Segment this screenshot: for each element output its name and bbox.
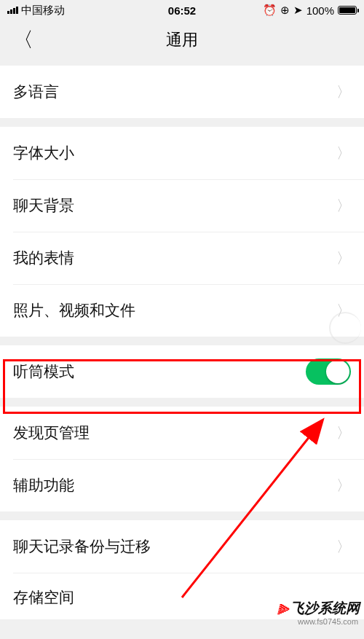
chevron-right-icon: 〉	[336, 537, 351, 557]
watermark-arrow-icon: ⫸	[276, 601, 289, 617]
status-left: 中国移动	[7, 4, 65, 17]
chevron-right-icon: 〉	[336, 248, 351, 268]
status-bar: 中国移动 06:52 ⏰ ⊕ ➤ 100%	[0, 0, 364, 19]
toggle-knob	[326, 360, 349, 383]
watermark-name: 飞沙系统网	[290, 601, 360, 616]
settings-group-1: 多语言 〉	[0, 66, 364, 118]
row-label: 发现页管理	[13, 423, 90, 443]
back-button[interactable]: 〈	[13, 26, 33, 54]
nav-header: 〈 通用	[0, 19, 364, 61]
status-right: ⏰ ⊕ ➤ 100%	[263, 4, 357, 17]
chevron-right-icon: 〉	[336, 476, 351, 495]
row-label: 聊天记录备份与迁移	[13, 536, 151, 557]
row-earpiece[interactable]: 听筒模式	[0, 345, 364, 398]
chevron-right-icon: 〉	[336, 196, 351, 216]
row-backup[interactable]: 聊天记录备份与迁移 〉	[0, 520, 364, 573]
row-label: 我的表情	[13, 248, 74, 268]
row-chatbg[interactable]: 聊天背景 〉	[0, 179, 364, 232]
settings-group-2: 字体大小 〉 聊天背景 〉 我的表情 〉 照片、视频和文件 〉	[0, 127, 364, 337]
settings-group-4: 发现页管理 〉 辅助功能 〉	[0, 407, 364, 511]
row-label: 辅助功能	[13, 475, 74, 495]
page-title: 通用	[166, 29, 198, 51]
chevron-right-icon: 〉	[336, 423, 351, 443]
row-label: 照片、视频和文件	[13, 300, 135, 321]
earpiece-toggle[interactable]	[306, 358, 351, 385]
battery-icon	[338, 6, 357, 15]
watermark-url: www.fs0745.com	[298, 617, 358, 626]
settings-group-3: 听筒模式	[0, 345, 364, 398]
row-multilang[interactable]: 多语言 〉	[0, 66, 364, 118]
row-label: 多语言	[13, 82, 59, 102]
battery-pct: 100%	[306, 4, 334, 17]
location-icon: ➤	[293, 4, 303, 17]
row-label: 听筒模式	[13, 361, 74, 382]
row-fontsize[interactable]: 字体大小 〉	[0, 127, 364, 179]
chevron-right-icon: 〉	[336, 144, 351, 163]
decorative-circle	[329, 312, 361, 344]
row-media[interactable]: 照片、视频和文件 〉	[0, 284, 364, 337]
row-label: 存储空间	[13, 587, 74, 608]
row-accessibility[interactable]: 辅助功能 〉	[0, 459, 364, 511]
status-time: 06:52	[168, 4, 196, 17]
signal-icon	[7, 7, 18, 14]
row-label: 聊天背景	[13, 195, 74, 216]
chevron-right-icon: 〉	[336, 82, 351, 102]
row-label: 字体大小	[13, 143, 74, 163]
carrier-label: 中国移动	[21, 4, 65, 17]
orientation-lock-icon: ⊕	[280, 4, 290, 17]
row-discover[interactable]: 发现页管理 〉	[0, 407, 364, 459]
row-stickers[interactable]: 我的表情 〉	[0, 232, 364, 284]
watermark: ⫸ 飞沙系统网 www.fs0745.com	[276, 601, 360, 626]
alarm-icon: ⏰	[263, 4, 277, 17]
